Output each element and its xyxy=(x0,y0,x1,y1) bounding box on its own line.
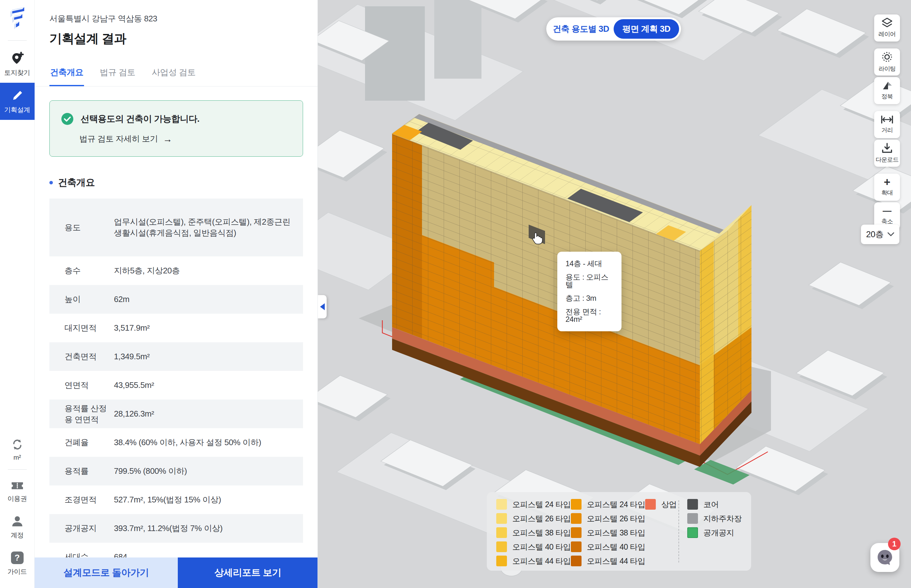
result-panel: 서울특별시 강남구 역삼동 823 기획설계 결과 건축개요 법규 검토 사업성… xyxy=(35,0,318,588)
row-value: 393.7m², 11.2%(법정 7% 이상) xyxy=(114,515,303,541)
table-row: 높이62m xyxy=(49,285,303,313)
legend-item: 오피스텔 26 타입 xyxy=(496,513,571,524)
row-value: 527.7m², 15%(법정 15% 이상) xyxy=(114,487,303,513)
app-root: 토지찾기 기획설계 m² xyxy=(0,0,911,588)
legend-item: 오피스텔 40 타입 xyxy=(496,541,571,552)
sidebar-item-land-search[interactable]: 토지찾기 xyxy=(0,45,35,83)
sidebar-item-label: 기획설계 xyxy=(5,105,30,114)
pencil-icon xyxy=(11,89,24,102)
back-to-design-button[interactable]: 설계모드로 돌아가기 xyxy=(35,557,178,588)
legend-swatch xyxy=(687,499,698,510)
legend-item: 공개공지 xyxy=(687,527,742,538)
link-label: 법규 검토 자세히 보기 xyxy=(79,133,158,144)
chat-bubble-face-icon xyxy=(876,549,894,566)
row-label: 건축면적 xyxy=(49,351,114,362)
layers-tool[interactable]: 레이어 xyxy=(874,15,900,42)
sidebar-item-membership[interactable]: 이용권 xyxy=(0,474,35,509)
sidebar-item-planning[interactable]: 기획설계 xyxy=(0,83,35,120)
table-row: 공개공지393.7m², 11.2%(법정 7% 이상) xyxy=(49,514,303,543)
legend-label: 공개공지 xyxy=(703,528,734,538)
row-label: 연면적 xyxy=(49,380,114,391)
legend-swatch xyxy=(496,556,507,566)
lighting-icon xyxy=(881,51,893,63)
legend-swatch xyxy=(571,541,581,552)
chat-unread-badge: 1 xyxy=(888,538,901,550)
chevron-down-icon xyxy=(887,232,894,237)
true-north-tool[interactable]: 정북 xyxy=(874,77,900,104)
legend-item: 오피스텔 26 타입 xyxy=(571,513,645,524)
tooltip-title: 14층 - 세대 xyxy=(565,260,613,267)
sidebar-item-label: 계정 xyxy=(11,531,24,540)
tool-label: 정북 xyxy=(882,92,893,101)
ticket-icon xyxy=(10,480,24,491)
table-row: 연면적43,955.5m² xyxy=(49,371,303,399)
row-label: 대지면적 xyxy=(49,323,114,333)
legend-swatch xyxy=(496,527,507,538)
legend-label: 지하주차장 xyxy=(703,514,742,524)
legend-label: 오피스텔 44 타입 xyxy=(587,556,645,566)
panel-collapse-button[interactable] xyxy=(318,295,326,318)
app-logo[interactable] xyxy=(0,0,35,38)
distance-icon xyxy=(880,115,894,124)
tooltip-line: 층고 : 3m xyxy=(565,294,613,302)
legend-item: 코어 xyxy=(687,499,742,510)
view-mode-toggle: 건축 용도별 3D 평면 계획 3D xyxy=(546,17,681,40)
row-label: 조경면적 xyxy=(49,494,114,505)
sidebar-item-label: 토지찾기 xyxy=(5,68,30,77)
swap-units-icon xyxy=(11,439,24,451)
tab-building-overview[interactable]: 건축개요 xyxy=(49,61,84,86)
row-label: 용도 xyxy=(49,222,114,233)
floor-info-tooltip: 14층 - 세대 용도 : 오피스텔 층고 : 3m 전용 면적 : 24m² xyxy=(557,252,622,331)
tool-label: 거리 xyxy=(882,126,893,134)
legend-label: 코어 xyxy=(703,499,719,510)
question-icon: ? xyxy=(11,551,24,564)
map-3d-view[interactable]: 건축 용도별 3D 평면 계획 3D 레이어 xyxy=(318,0,911,588)
table-row: 조경면적527.7m², 15%(법정 15% 이상) xyxy=(49,485,303,514)
sidebar-item-account[interactable]: 계정 xyxy=(0,509,35,545)
tool-label: 라이팅 xyxy=(879,65,896,73)
legend-swatch xyxy=(687,527,698,538)
legend-swatch xyxy=(687,513,698,524)
row-label: 용적률 산정용 연면적 xyxy=(49,403,114,425)
legend-swatch xyxy=(571,499,581,510)
tooltip-line: 용도 : 오피스텔 xyxy=(565,273,613,289)
tool-label: 다운로드 xyxy=(876,156,899,164)
floor-selector-dropdown[interactable]: 20층 xyxy=(861,225,900,244)
distance-tool[interactable]: 거리 xyxy=(874,111,900,138)
legend-swatch xyxy=(496,513,507,524)
legend-item: 오피스텔 40 타입 xyxy=(571,541,645,552)
mode-usage-3d[interactable]: 건축 용도별 3D xyxy=(548,19,614,39)
person-icon xyxy=(11,515,24,528)
table-row: 용적률 산정용 연면적28,126.3m² xyxy=(49,399,303,428)
legend-label: 오피스텔 44 타입 xyxy=(512,556,571,566)
legend-item: 오피스텔 24 타입 xyxy=(496,499,571,510)
tab-regulation-review[interactable]: 법규 검토 xyxy=(99,61,136,86)
legend-item: 오피스텔 44 타입 xyxy=(571,556,645,566)
notice-message: 선택용도의 건축이 가능합니다. xyxy=(81,113,200,125)
lighting-tool[interactable]: 라이팅 xyxy=(874,48,900,76)
unit-label: m² xyxy=(13,454,21,461)
table-row: 용도업무시설(오피스텔), 준주택(오피스텔), 제2종근린생활시설(휴게음식점… xyxy=(49,199,303,257)
zoom-in-icon: + xyxy=(884,178,890,187)
download-icon xyxy=(881,142,893,154)
page-title: 기획설계 결과 xyxy=(49,30,303,47)
legend-label: 오피스텔 40 타입 xyxy=(512,542,571,552)
row-value: 43,955.5m² xyxy=(114,372,303,398)
mode-plan-3d[interactable]: 평면 계획 3D xyxy=(614,19,679,39)
download-tool[interactable]: 다운로드 xyxy=(874,140,900,167)
legend-swatch xyxy=(571,556,581,566)
table-row: 건축면적1,349.5m² xyxy=(49,342,303,371)
check-circle-icon xyxy=(61,113,74,125)
legend-label: 상업 xyxy=(661,499,677,510)
tab-feasibility-review[interactable]: 사업성 검토 xyxy=(151,61,196,86)
zoom-in-tool[interactable]: + 확대 xyxy=(874,174,900,201)
sidebar-item-guide[interactable]: ? 가이드 xyxy=(0,545,35,582)
parcel-address: 서울특별시 강남구 역삼동 823 xyxy=(49,13,303,24)
regulation-detail-link[interactable]: 법규 검토 자세히 보기 → xyxy=(79,133,291,144)
row-value: 지하5층, 지상20층 xyxy=(114,258,303,284)
detail-report-button[interactable]: 상세리포트 보기 xyxy=(178,557,318,588)
section-title: 건축개요 xyxy=(49,176,303,189)
unit-toggle[interactable]: m² xyxy=(0,432,35,467)
row-value: 3,517.9m² xyxy=(114,315,303,341)
row-label: 높이 xyxy=(49,294,114,305)
